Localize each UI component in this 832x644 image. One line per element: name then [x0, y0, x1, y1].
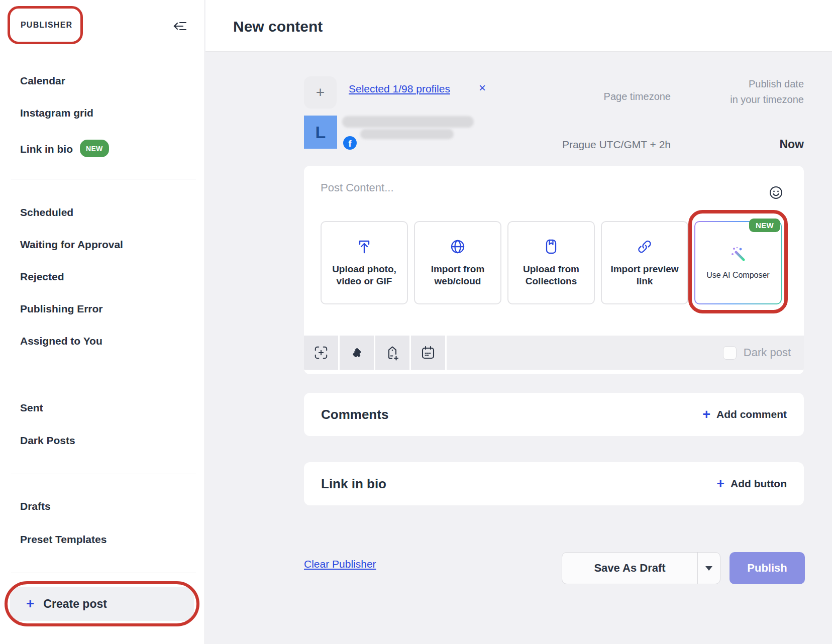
sidebar-item-dark-posts[interactable]: Dark Posts — [20, 434, 75, 447]
new-badge: NEW — [749, 219, 780, 232]
sidebar-divider — [11, 573, 196, 573]
sidebar-item-link-in-bio[interactable]: Link in bioNEW — [20, 140, 109, 157]
option-label: Import preview link — [602, 263, 687, 287]
import-web-cloud-card[interactable]: Import from web/cloud — [414, 221, 501, 304]
toolbar-right-section: Dark post — [447, 336, 804, 370]
option-label: Upload photo, video or GIF — [322, 263, 407, 287]
magic-wand-icon — [730, 246, 747, 263]
sidebar-item-publishing-error[interactable]: Publishing Error — [20, 302, 103, 315]
save-as-draft-label: Save As Draft — [562, 553, 697, 584]
collaboration-button[interactable] — [340, 336, 374, 370]
collections-icon — [543, 238, 559, 255]
sidebar-item-sent[interactable]: Sent — [20, 401, 43, 414]
page-timezone-value: Prague UTC/GMT + 2h — [507, 139, 671, 151]
add-button-button[interactable]: + Add button — [716, 477, 787, 491]
composer-options-row: Upload photo, video or GIF Import from w… — [321, 221, 782, 304]
post-content-input[interactable]: Post Content... — [321, 181, 394, 194]
close-icon[interactable]: × — [479, 82, 486, 94]
sidebar-item-waiting-for-approval[interactable]: Waiting for Approval — [20, 238, 123, 251]
publish-button[interactable]: Publish — [730, 552, 805, 584]
focus-crop-icon — [314, 345, 329, 360]
main-header: New content — [205, 0, 832, 52]
schedule-button[interactable] — [411, 336, 445, 370]
upload-icon — [356, 238, 372, 255]
add-profile-button[interactable]: + — [304, 76, 337, 109]
upload-collections-card[interactable]: Upload from Collections — [507, 221, 595, 304]
save-draft-dropdown[interactable] — [698, 553, 720, 584]
option-label: Use AI Composer — [706, 271, 769, 280]
option-label: Upload from Collections — [508, 263, 594, 287]
handshake-icon — [349, 345, 364, 360]
plus-icon: + — [716, 477, 724, 491]
clear-publisher-link[interactable]: Clear Publisher — [304, 558, 376, 570]
new-badge: NEW — [80, 140, 109, 157]
create-post-label: Create post — [43, 597, 107, 611]
sidebar: PUBLISHER Calendar Instagram grid Link i… — [0, 0, 205, 644]
chevron-down-icon — [705, 566, 712, 571]
publish-date-label: Publish date in your timezone — [658, 76, 804, 108]
add-comment-label: Add comment — [716, 408, 787, 420]
dark-post-checkbox[interactable] — [723, 346, 737, 360]
page-timezone-label: Page timezone — [507, 91, 671, 102]
link-icon — [637, 238, 653, 255]
page-title: New content — [233, 18, 323, 35]
selected-profiles-link[interactable]: Selected 1/98 profiles — [349, 83, 450, 95]
sidebar-item-preset-templates[interactable]: Preset Templates — [20, 533, 107, 546]
publish-date-value[interactable]: Now — [658, 138, 804, 151]
tag-plus-icon — [384, 345, 400, 361]
sidebar-item-assigned-to-you[interactable]: Assigned to You — [20, 335, 102, 348]
profile-subname-redacted — [360, 129, 454, 139]
link-in-bio-card: Link in bio + Add button — [304, 462, 804, 505]
save-as-draft-button[interactable]: Save As Draft — [562, 552, 720, 584]
emoji-icon[interactable] — [769, 186, 783, 199]
plus-icon: + — [316, 84, 325, 101]
upload-media-card[interactable]: Upload photo, video or GIF — [321, 221, 408, 304]
sidebar-divider — [11, 179, 196, 179]
sidebar-item-calendar[interactable]: Calendar — [20, 74, 65, 87]
avatar-initial: L — [316, 123, 326, 142]
main-area: New content + Selected 1/98 profiles × P… — [205, 0, 832, 644]
sidebar-item-drafts[interactable]: Drafts — [20, 500, 51, 513]
plus-icon: + — [26, 597, 34, 611]
collapse-sidebar-icon[interactable] — [173, 19, 187, 33]
option-label: Import from web/cloud — [415, 263, 500, 287]
sidebar-item-scheduled[interactable]: Scheduled — [20, 206, 73, 219]
sidebar-divider — [11, 376, 196, 376]
create-post-button[interactable]: + Create post — [10, 587, 194, 621]
post-composer-card: Post Content... Upload photo, vide — [304, 166, 804, 374]
facebook-glyph: f — [348, 137, 351, 150]
use-ai-composer-card[interactable]: NEW — [694, 221, 782, 304]
media-focus-button[interactable] — [304, 336, 338, 370]
import-preview-link-card[interactable]: Import preview link — [601, 221, 688, 304]
sidebar-item-label: Link in bio — [20, 143, 73, 155]
sidebar-divider — [11, 474, 196, 474]
dark-post-label: Dark post — [744, 346, 791, 359]
link-in-bio-title: Link in bio — [321, 476, 386, 492]
calendar-icon — [420, 345, 436, 361]
footer-actions-row: Clear Publisher Save As Draft Publish — [304, 552, 805, 584]
sidebar-item-rejected[interactable]: Rejected — [20, 270, 64, 283]
plus-icon: + — [702, 408, 710, 421]
composer-toolbar: Dark post — [304, 336, 804, 370]
globe-icon — [450, 238, 465, 255]
add-button-label: Add button — [731, 478, 787, 490]
publisher-section-label: PUBLISHER — [21, 21, 72, 30]
add-label-button[interactable] — [375, 336, 409, 370]
comments-title: Comments — [321, 407, 388, 422]
facebook-icon: f — [343, 136, 357, 150]
profile-name-redacted — [342, 116, 474, 128]
profile-avatar[interactable]: L — [304, 116, 337, 149]
sidebar-item-instagram-grid[interactable]: Instagram grid — [20, 106, 93, 120]
comments-card: Comments + Add comment — [304, 393, 804, 436]
add-comment-button[interactable]: + Add comment — [702, 408, 787, 421]
app-window: PUBLISHER Calendar Instagram grid Link i… — [0, 0, 832, 644]
